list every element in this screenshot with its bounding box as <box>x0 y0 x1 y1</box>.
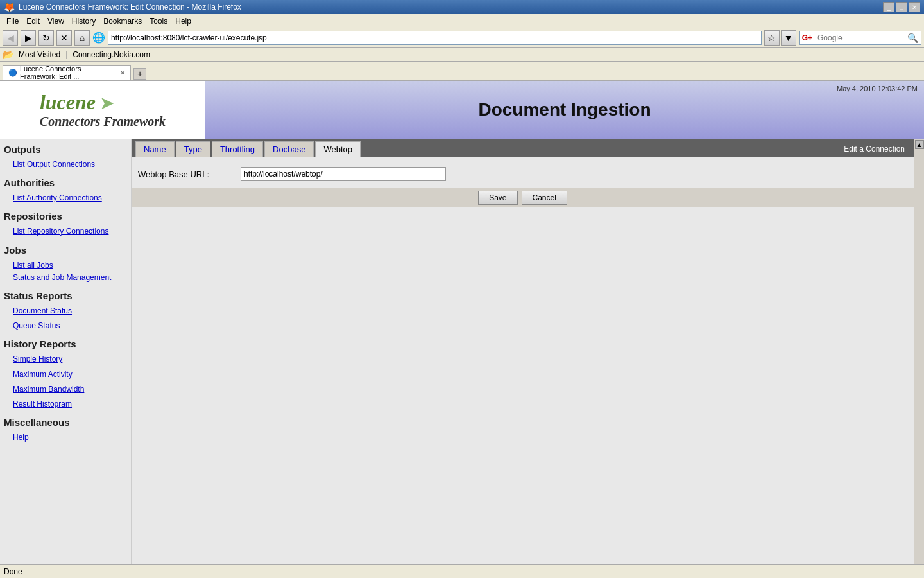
logo-arrow-icon: ➤ <box>99 93 114 113</box>
page-content: lucene ➤ Connectors Framework Document I… <box>0 81 924 564</box>
sidebar-link-authority-connections[interactable]: List Authority Connections <box>0 191 131 206</box>
bookmark-star-button[interactable]: ☆ <box>764 30 780 46</box>
sidebar-section-jobs: Jobs List all JobsStatus and Job Managem… <box>0 240 131 285</box>
form-button-row: Save Cancel <box>132 188 914 207</box>
tab-docbase[interactable]: Docbase <box>264 141 314 157</box>
address-bar-icon: 🌐 <box>92 31 105 44</box>
browser-icon: 🦊 <box>4 2 15 12</box>
address-input[interactable] <box>108 31 762 45</box>
sidebar-link-queue-status[interactable]: Queue Status <box>0 319 131 333</box>
logo-framework-text: Connectors Framework <box>40 114 166 128</box>
form-area: Webtop Base URL: Save Cancel <box>132 157 914 214</box>
bookmarks-toolbar-icon: 📂 <box>3 49 13 60</box>
search-submit-button[interactable]: 🔍 <box>905 31 921 44</box>
browser-tab-label: Lucene Connectors Framework: Edit ... <box>20 65 115 80</box>
browser-titlebar: 🦊 Lucene Connectors Framework: Edit Conn… <box>0 0 924 14</box>
page-title: Document Ingestion <box>478 100 651 120</box>
window-controls[interactable]: _ □ ✕ <box>883 2 920 12</box>
webtop-url-input[interactable] <box>241 167 446 181</box>
sidebar-link-repository-connections[interactable]: List Repository Connections <box>0 224 131 239</box>
bookmark-most-visited[interactable]: Most Visited <box>19 50 60 59</box>
tab-close-button[interactable]: ✕ <box>120 69 125 76</box>
close-button[interactable]: ✕ <box>909 2 920 12</box>
sidebar-link-simple-history[interactable]: Simple History <box>0 352 131 367</box>
tab-throttling[interactable]: Throttling <box>212 141 263 157</box>
sidebar-section-outputs: Outputs List Output Connections <box>0 139 131 172</box>
menu-view[interactable]: View <box>44 15 68 27</box>
search-input[interactable] <box>815 33 905 43</box>
status-text: Done <box>4 567 22 576</box>
sidebar-link-maximum-activity[interactable]: Maximum Activity <box>0 367 131 382</box>
menu-tools[interactable]: Tools <box>146 15 171 27</box>
right-scrollbar[interactable]: ▲ <box>914 139 924 564</box>
search-engine-icon: G+ <box>800 32 815 44</box>
logo-lucene-text: lucene <box>40 91 96 114</box>
sidebar-title-history-reports: History Reports <box>0 333 131 352</box>
sidebar-title-status-reports: Status Reports <box>0 285 131 304</box>
sidebar-link-output-connections[interactable]: List Output Connections <box>0 157 131 172</box>
menu-edit[interactable]: Edit <box>22 15 44 27</box>
sidebar-link-result-histogram[interactable]: Result Histogram <box>0 397 131 412</box>
browser-title: Lucene Connectors Framework: Edit Connec… <box>19 3 883 12</box>
menu-bar: File Edit View History Bookmarks Tools H… <box>0 14 924 28</box>
content-tabs: Name Type Throttling Docbase Webtop <box>135 141 361 157</box>
sidebar-section-history-reports: History Reports Simple History Maximum A… <box>0 333 131 412</box>
sidebar-link-list-jobs[interactable]: List all JobsStatus and Job Management <box>0 258 131 285</box>
stop-button[interactable]: ✕ <box>56 30 72 46</box>
nav-bar: ◀ ▶ ↻ ✕ ⌂ 🌐 ☆ ▼ G+ 🔍 <box>0 28 924 48</box>
browser-tab-active[interactable]: 🔵 Lucene Connectors Framework: Edit ... … <box>3 65 131 80</box>
cancel-button[interactable]: Cancel <box>522 191 567 205</box>
page-header: lucene ➤ Connectors Framework Document I… <box>0 81 924 139</box>
back-button[interactable]: ◀ <box>3 30 18 46</box>
minimize-button[interactable]: _ <box>883 2 894 12</box>
sidebar-link-document-status[interactable]: Document Status <box>0 304 131 319</box>
forward-button[interactable]: ▶ <box>21 30 36 46</box>
sidebar-link-help[interactable]: Help <box>0 430 131 445</box>
menu-history[interactable]: History <box>68 15 99 27</box>
browser-tab-favicon: 🔵 <box>8 69 17 77</box>
sidebar: Outputs List Output Connections Authorit… <box>0 139 132 564</box>
sidebar-section-miscellaneous: Miscellaneous Help <box>0 412 131 445</box>
sidebar-link-maximum-bandwidth[interactable]: Maximum Bandwidth <box>0 382 131 397</box>
home-button[interactable]: ⌂ <box>74 30 90 46</box>
sidebar-title-miscellaneous: Miscellaneous <box>0 412 131 430</box>
bookmark-separator: | <box>65 50 67 59</box>
sidebar-title-outputs: Outputs <box>0 139 131 157</box>
new-tab-button[interactable]: + <box>133 68 146 80</box>
address-bar: 🌐 ☆ ▼ <box>92 30 796 46</box>
bookmark-dropdown-button[interactable]: ▼ <box>781 30 796 46</box>
bookmark-nokia[interactable]: Connecting.Nokia.com <box>73 50 150 59</box>
tab-name[interactable]: Name <box>135 141 175 157</box>
scroll-up-button[interactable]: ▲ <box>915 140 924 149</box>
header-logo: lucene ➤ Connectors Framework <box>0 81 205 139</box>
browser-tab-bar: 🔵 Lucene Connectors Framework: Edit ... … <box>0 62 924 81</box>
restore-button[interactable]: □ <box>896 2 907 12</box>
tab-type[interactable]: Type <box>176 141 210 157</box>
header-timestamp: May 4, 2010 12:03:42 PM <box>837 85 918 92</box>
webtop-url-row: Webtop Base URL: <box>132 163 914 185</box>
sidebar-section-authorities: Authorities List Authority Connections <box>0 172 131 206</box>
sidebar-section-repositories: Repositories List Repository Connections <box>0 206 131 239</box>
bookmarks-bar: 📂 Most Visited | Connecting.Nokia.com <box>0 48 924 62</box>
sidebar-title-jobs: Jobs <box>0 240 131 258</box>
header-title-section: Document Ingestion <box>205 81 924 139</box>
menu-file[interactable]: File <box>3 15 22 27</box>
sidebar-title-authorities: Authorities <box>0 172 131 191</box>
webtop-url-label: Webtop Base URL: <box>138 170 234 179</box>
menu-help[interactable]: Help <box>171 15 195 27</box>
main-layout: Outputs List Output Connections Authorit… <box>0 139 924 564</box>
reload-button[interactable]: ↻ <box>38 30 54 46</box>
content-tab-bar: Name Type Throttling Docbase Webtop Edit… <box>132 139 914 157</box>
status-bar: Done <box>0 564 924 578</box>
sidebar-section-status-reports: Status Reports Document Status Queue Sta… <box>0 285 131 333</box>
search-box: G+ 🔍 <box>799 31 921 45</box>
content-area: Name Type Throttling Docbase Webtop Edit… <box>132 139 914 564</box>
connection-edit-label: Edit a Connection <box>844 144 910 153</box>
menu-bookmarks[interactable]: Bookmarks <box>99 15 146 27</box>
tab-webtop[interactable]: Webtop <box>315 141 361 157</box>
sidebar-title-repositories: Repositories <box>0 206 131 224</box>
save-button[interactable]: Save <box>478 191 517 205</box>
